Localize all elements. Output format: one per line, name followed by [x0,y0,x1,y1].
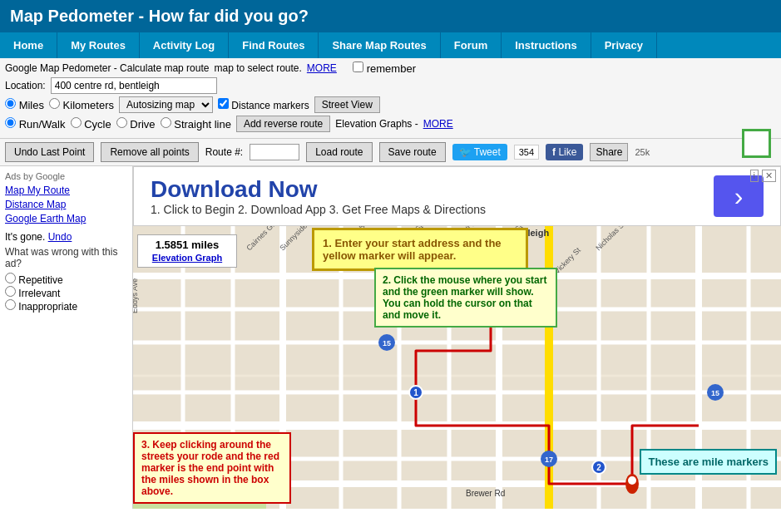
miles-label: Miles [19,99,44,111]
load-route-btn[interactable]: Load route [306,142,372,162]
straight-line-radio[interactable] [161,117,171,128]
sidebar-undo-link[interactable]: Undo [48,231,72,243]
nav-bar: Home My Routes Activity Log Find Routes … [0,32,781,58]
elevation-graph-link[interactable]: Elevation Graph [152,253,222,263]
distance-markers-label[interactable]: Distance markers [218,98,309,111]
drive-radio[interactable] [116,117,127,128]
drive-radio-label[interactable]: Drive [116,117,156,131]
fb-like-btn[interactable]: f Like [546,144,583,160]
cycle-radio-label[interactable]: Cycle [71,117,111,131]
app-header: Map Pedometer - How far did you go? [0,0,781,32]
distance-box: 1.5851 miles Elevation Graph [137,234,237,268]
ad-subtitle: 1. Click to Begin 2. Download App 3. Get… [151,203,486,216]
miles-radio-label[interactable]: Miles [5,98,44,111]
route-input[interactable] [250,144,299,160]
cycle-radio[interactable] [71,117,82,128]
inappropriate-radio-label[interactable]: Inappropriate [5,301,77,313]
nav-my-routes[interactable]: My Routes [57,32,140,58]
more-link[interactable]: MORE [307,62,337,74]
svg-point-44 [378,334,395,351]
map-column: i ✕ Download Now 1. Click to Begin 2. Do… [133,166,781,509]
callout-enter-address: 1. Enter your start address and the yell… [312,228,528,271]
distance-markers-text: Distance markers [231,100,309,111]
nav-forum[interactable]: Forum [441,32,502,58]
remember-checkbox[interactable]: remember [353,62,416,75]
svg-point-48 [707,384,724,401]
ad-controls: i ✕ [750,170,776,182]
callout-click-mouse: 2. Click the mouse where you start and t… [374,268,557,328]
tweet-bird-icon: 🐦 [459,146,472,158]
location-label: Location: [5,80,46,91]
map-link: map to select route. [214,62,301,74]
fb-count: 25k [635,147,650,157]
run-walk-radio[interactable] [5,117,16,128]
svg-point-31 [628,476,636,485]
main-area: Ads by Google Map My Route Distance Map … [0,166,781,509]
callout-enter-address-text: 1. Enter your start address and the yell… [323,237,502,262]
run-walk-radio-label[interactable]: Run/Walk [5,117,66,131]
sidebar-gone: It's gone. Undo [5,231,127,243]
drive-label: Drive [130,118,155,131]
callout-keep-clicking: 3. Keep clicking around the streets your… [133,432,291,504]
callout-click-mouse-text: 2. Click the mouse where you start and t… [383,274,546,321]
run-walk-label: Run/Walk [19,118,66,131]
ads-label: Ads by Google [5,171,127,181]
irrelevant-label: Irrelevant [18,288,60,299]
callout-mile-markers: These are mile markers [640,449,777,475]
km-radio[interactable] [49,98,60,109]
straight-line-radio-label[interactable]: Straight line [161,117,231,131]
repetitive-radio-label[interactable]: Repetitive [5,274,63,286]
miles-radio[interactable] [5,98,16,109]
remember-check-input[interactable] [353,62,363,72]
inappropriate-label: Inappropriate [18,301,77,313]
map-area[interactable]: 1 2 Vickery St Nicholas St Campbell St M… [133,226,781,509]
inappropriate-radio[interactable] [5,299,16,310]
distance-markers-check[interactable] [218,98,229,109]
ad-close-icon[interactable]: ✕ [762,170,776,182]
repetitive-radio[interactable] [5,273,16,283]
irrelevant-radio[interactable] [5,286,16,297]
autosizing-select[interactable]: Autosizing map [119,96,213,113]
remove-all-points-btn[interactable]: Remove all points [101,142,198,162]
nav-activity-log[interactable]: Activity Log [140,32,229,58]
nav-home[interactable]: Home [0,32,57,58]
km-radio-label[interactable]: Kilometers [49,98,114,111]
fb-like-label: Like [558,146,576,158]
nav-instructions[interactable]: Instructions [502,32,591,58]
sidebar: Ads by Google Map My Route Distance Map … [0,166,133,509]
toolbar-row1: Google Map Pedometer - Calculate map rou… [0,58,781,139]
sidebar-question: What was wrong with this ad? [5,246,127,269]
location-input[interactable] [51,77,217,94]
callout-mile-markers-text: These are mile markers [648,456,769,468]
calc-label: Google Map Pedometer - Calculate map rou… [5,62,209,74]
gone-text: It's gone. [5,231,45,243]
tweet-count: 354 [514,145,539,160]
svg-point-24 [592,461,606,474]
svg-text:1: 1 [413,388,418,397]
app-title: Map Pedometer - How far did you go? [10,7,309,25]
sidebar-link-distance-map[interactable]: Distance Map [5,199,127,210]
fb-share-btn[interactable]: Share [590,143,628,161]
distance-value: 1.5851 miles [156,239,220,251]
svg-text:2: 2 [596,463,601,472]
irrelevant-radio-label[interactable]: Irrelevant [5,288,60,299]
nav-share-map-routes[interactable]: Share Map Routes [319,32,440,58]
svg-text:15: 15 [383,339,391,347]
svg-text:17: 17 [545,456,553,464]
add-reverse-btn[interactable]: Add reverse route [236,116,330,132]
nav-find-routes[interactable]: Find Routes [229,32,319,58]
route-label: Route #: [205,146,243,158]
tweet-label: Tweet [474,146,501,158]
tweet-btn[interactable]: 🐦 Tweet [452,144,507,160]
sidebar-link-google-earth-map[interactable]: Google Earth Map [5,213,127,224]
ad-info-icon[interactable]: i [750,170,759,182]
elevation-more-link[interactable]: MORE [423,118,453,130]
sidebar-link-map-my-route[interactable]: Map My Route [5,185,127,196]
save-route-btn[interactable]: Save route [379,142,446,162]
nav-privacy[interactable]: Privacy [591,32,657,58]
ad-banner: i ✕ Download Now 1. Click to Begin 2. Do… [133,166,781,226]
undo-last-point-btn[interactable]: Undo Last Point [5,142,94,162]
svg-point-46 [541,451,557,467]
street-view-btn[interactable]: Street View [314,96,380,113]
elevation-label: Elevation Graphs - [335,118,418,130]
